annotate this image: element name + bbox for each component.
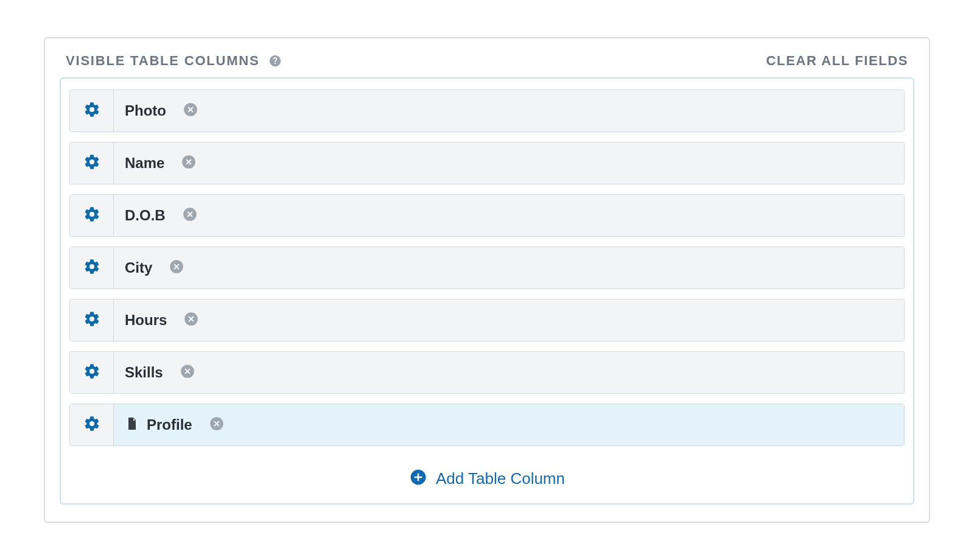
remove-column-button[interactable]: [200, 416, 234, 434]
help-icon[interactable]: [268, 54, 282, 68]
document-icon: [125, 415, 139, 435]
remove-column-button[interactable]: [170, 363, 205, 382]
visible-columns-panel: Visible Table Columns Clear All Fields P…: [44, 37, 930, 523]
close-icon: [183, 102, 198, 120]
column-row[interactable]: Photo: [69, 89, 905, 132]
gear-icon: [83, 363, 100, 382]
close-icon: [169, 259, 184, 277]
remove-column-button[interactable]: [159, 259, 194, 277]
columns-list: PhotoNameD.O.BCityHoursSkillsProfile: [69, 89, 905, 446]
add-table-column-label: Add Table Column: [436, 469, 565, 488]
column-row[interactable]: Profile: [69, 404, 905, 446]
column-row[interactable]: City: [69, 247, 905, 289]
column-body[interactable]: City: [114, 247, 904, 289]
column-settings-button[interactable]: [70, 299, 114, 341]
column-row[interactable]: Hours: [69, 299, 905, 341]
column-body[interactable]: Profile: [114, 404, 904, 446]
columns-frame: PhotoNameD.O.BCityHoursSkillsProfile Add…: [60, 77, 914, 505]
column-label: Profile: [147, 416, 192, 433]
plus-circle-icon: [409, 468, 427, 489]
section-title: Visible Table Columns: [66, 53, 260, 69]
column-settings-button[interactable]: [70, 142, 114, 184]
column-label: Hours: [125, 312, 167, 329]
column-body[interactable]: D.O.B: [114, 195, 904, 236]
panel-header-left: Visible Table Columns: [66, 53, 282, 69]
column-settings-button[interactable]: [70, 247, 114, 289]
remove-column-button[interactable]: [173, 102, 208, 120]
column-settings-button[interactable]: [70, 90, 114, 131]
gear-icon: [83, 415, 100, 435]
column-settings-button[interactable]: [70, 195, 114, 236]
column-row[interactable]: Skills: [69, 351, 905, 394]
column-row[interactable]: D.O.B: [69, 194, 905, 237]
close-icon: [181, 154, 197, 172]
column-label: City: [125, 259, 152, 276]
column-settings-button[interactable]: [70, 404, 114, 446]
add-table-column-button[interactable]: Add Table Column: [69, 468, 905, 489]
gear-icon: [83, 101, 100, 121]
remove-column-button[interactable]: [172, 154, 206, 172]
gear-icon: [83, 310, 100, 330]
column-label: Skills: [125, 364, 163, 381]
column-label: Photo: [125, 102, 166, 119]
column-row[interactable]: Name: [69, 142, 905, 184]
column-settings-button[interactable]: [70, 352, 114, 393]
remove-column-button[interactable]: [173, 206, 207, 225]
panel-header: Visible Table Columns Clear All Fields: [60, 53, 914, 77]
column-body[interactable]: Name: [114, 142, 904, 184]
column-body[interactable]: Hours: [114, 299, 904, 341]
remove-column-button[interactable]: [174, 311, 208, 329]
gear-icon: [83, 153, 100, 173]
close-icon: [180, 363, 195, 382]
gear-icon: [83, 258, 100, 278]
close-icon: [182, 206, 198, 225]
gear-icon: [83, 206, 100, 225]
column-label: Name: [125, 155, 164, 172]
column-body[interactable]: Photo: [114, 90, 904, 131]
column-label: D.O.B: [125, 207, 166, 224]
column-body[interactable]: Skills: [114, 352, 904, 393]
close-icon: [183, 311, 199, 329]
close-icon: [209, 416, 225, 434]
clear-all-fields-button[interactable]: Clear All Fields: [766, 53, 908, 69]
